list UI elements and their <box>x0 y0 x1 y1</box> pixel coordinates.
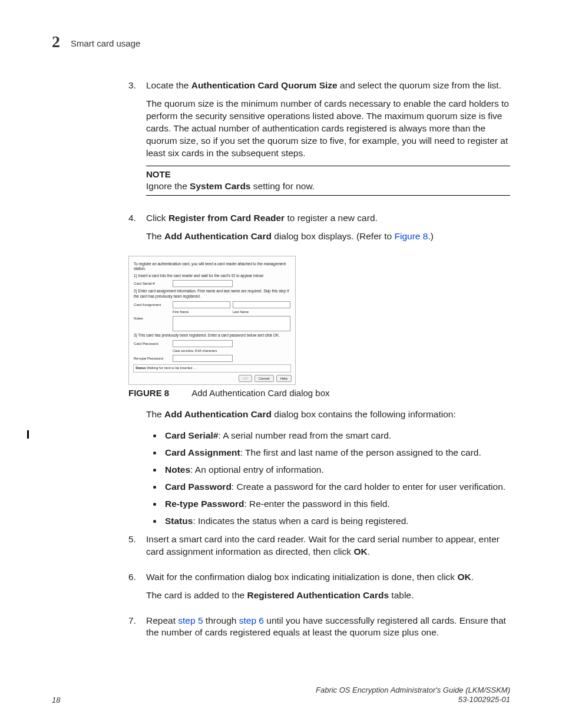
text: Click <box>146 213 168 223</box>
text: The card is added to the <box>146 590 247 600</box>
step-number: 3. <box>128 80 146 205</box>
chapter-title: Smart card usage <box>71 38 140 48</box>
serial-field[interactable] <box>173 280 233 287</box>
text: . <box>471 572 474 582</box>
paragraph: The quorum size is the minimum number of… <box>146 98 510 160</box>
text-bold: Card Password <box>165 482 232 492</box>
step-link[interactable]: step 6 <box>239 615 264 625</box>
status-label: Status <box>135 366 146 370</box>
text-bold: Notes <box>165 465 190 475</box>
label: Last Name <box>233 310 290 315</box>
label: Card Password <box>134 341 170 346</box>
list-item: Notes: An optional entry of information. <box>163 464 510 476</box>
list-item: Status: Indicates the status when a card… <box>163 515 510 528</box>
text: and select the quorum size from the list… <box>338 80 501 90</box>
status-value: Waiting for card to be inserted ... <box>147 366 196 370</box>
list-item: Re-type Password: Re-enter the password … <box>163 498 510 510</box>
text: : The first and last name of the person … <box>240 447 481 457</box>
text: to register a new card. <box>285 213 378 223</box>
label: Card Assignment <box>134 302 170 307</box>
text: : An optional entry of information. <box>190 465 324 475</box>
text-bold: OK <box>457 572 471 582</box>
step-link[interactable]: step 5 <box>178 615 203 625</box>
step-6: 6. Wait for the confirmation dialog box … <box>128 571 510 608</box>
text: The <box>146 231 164 241</box>
page-header: 2 Smart card usage <box>52 32 510 51</box>
list-item: Card Serial#: A serial number read from … <box>163 430 510 442</box>
hint: Case sensitive, 8-64 characters <box>173 349 217 353</box>
text: Ignore the <box>146 181 190 191</box>
change-bar <box>27 430 29 439</box>
text-bold: Card Assignment <box>165 447 240 457</box>
text: Insert a smart card into the card reader… <box>146 534 500 556</box>
figure-dialog: To register an authentication card, you … <box>128 256 296 386</box>
figure-link[interactable]: Figure 8 <box>395 231 428 241</box>
step-7: 7. Repeat step 5 through step 6 until yo… <box>128 615 510 645</box>
text: : Re-enter the password in this field. <box>244 499 389 509</box>
dialog-step2: 2) Enter card assignment information. Fi… <box>129 289 295 299</box>
text: .) <box>428 231 433 241</box>
text: through <box>203 615 239 625</box>
ok-button[interactable]: OK <box>239 375 252 382</box>
first-name-field[interactable] <box>173 301 230 308</box>
list-item: Card Assignment: The first and last name… <box>163 447 510 459</box>
list-item: Card Password: Create a password for the… <box>163 481 510 493</box>
text: Repeat <box>146 615 178 625</box>
text: : Indicates the status when a card is be… <box>193 516 408 526</box>
notes-field[interactable] <box>173 316 290 331</box>
help-button[interactable]: Help <box>276 375 292 382</box>
text: Locate the <box>146 80 191 90</box>
figure-caption: FIGURE 8Add Authentication Card dialog b… <box>128 387 510 399</box>
figure-title: Add Authentication Card dialog box <box>191 388 329 398</box>
footer: 18 Fabric OS Encryption Administrator's … <box>52 686 510 705</box>
text-bold: Add Authentication Card <box>164 231 272 241</box>
text: The <box>146 409 164 419</box>
text-bold: Card Serial# <box>165 430 218 440</box>
step-3: 3. Locate the Authentication Card Quorum… <box>128 80 510 205</box>
figure-label: FIGURE 8 <box>128 388 169 398</box>
cancel-button[interactable]: Cancel <box>254 375 274 382</box>
dialog-step3: 3) This card has previously been registe… <box>129 333 295 338</box>
label: Notes <box>134 316 170 321</box>
last-name-field[interactable] <box>233 301 290 308</box>
text-bold: Status <box>165 516 193 526</box>
text: : A serial number read from the smart ca… <box>218 430 391 440</box>
text-bold: Authentication Card Quorum Size <box>191 80 338 90</box>
label: Card Serial # <box>134 281 170 286</box>
step-5: 5. Insert a smart card into the card rea… <box>128 533 510 564</box>
text-bold: Re-type Password <box>165 499 244 509</box>
label: Re-type Password <box>134 356 170 361</box>
text: . <box>368 546 370 556</box>
note-label: NOTE <box>146 169 510 180</box>
step-number: 6. <box>128 571 146 608</box>
retype-password-field[interactable] <box>173 355 233 362</box>
text-bold: System Cards <box>190 181 250 191</box>
step-number: 7. <box>128 615 146 645</box>
text-bold: Register from Card Reader <box>168 213 285 223</box>
text: : Create a password for the card holder … <box>232 482 505 492</box>
doc-number: 53-1002925-01 <box>316 695 510 704</box>
dialog-step1: 1) Insert a card into the card reader an… <box>129 274 295 279</box>
text: Wait for the confirmation dialog box ind… <box>146 572 457 582</box>
text: table. <box>389 590 414 600</box>
text-bold: OK <box>353 546 367 556</box>
step-number: 5. <box>128 533 146 564</box>
text: setting for now. <box>251 181 315 191</box>
page-number: 18 <box>52 696 60 704</box>
doc-title: Fabric OS Encryption Administrator's Gui… <box>316 686 510 695</box>
text: dialog box displays. (Refer to <box>272 231 395 241</box>
step-number: 4. <box>128 212 146 249</box>
password-field[interactable] <box>173 340 233 347</box>
note: NOTE Ignore the System Cards setting for… <box>146 166 510 196</box>
dialog-intro: To register an authentication card, you … <box>129 262 295 272</box>
chapter-number: 2 <box>52 32 60 51</box>
text-bold: Registered Authentication Cards <box>247 590 389 600</box>
text: dialog box contains the following inform… <box>272 409 456 419</box>
label: First Name <box>173 310 230 315</box>
content: 3. Locate the Authentication Card Quorum… <box>128 80 510 652</box>
text-bold: Add Authentication Card <box>164 409 272 419</box>
step-4: 4. Click Register from Card Reader to re… <box>128 212 510 249</box>
